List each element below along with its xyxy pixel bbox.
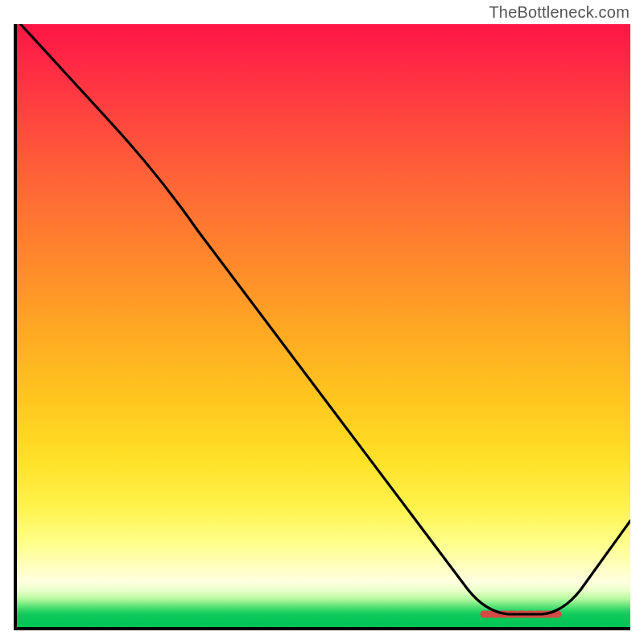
attribution-text: TheBottleneck.com	[489, 3, 630, 22]
chart-container: TheBottleneck.com	[0, 0, 644, 644]
bottleneck-curve	[17, 24, 630, 627]
plot-area	[14, 24, 630, 630]
bottleneck-line	[17, 24, 630, 614]
